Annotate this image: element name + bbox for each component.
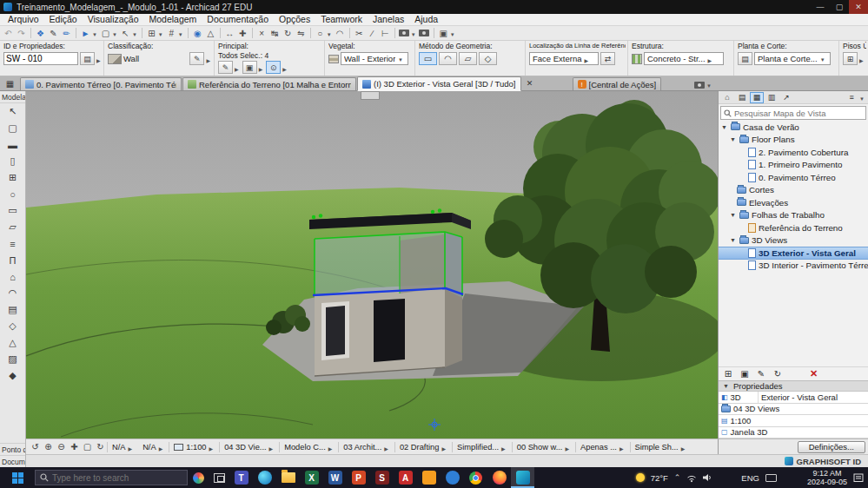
- view-settings-icon[interactable]: ✎: [754, 368, 768, 379]
- taskbar-app-teams[interactable]: T: [229, 467, 253, 488]
- view-camera-control[interactable]: ▼: [694, 81, 713, 89]
- render-camera-icon[interactable]: [418, 27, 431, 40]
- navigator-search[interactable]: [720, 106, 866, 120]
- arrow-tool-dropdown[interactable]: ▼: [92, 32, 97, 37]
- quick-option-column[interactable]: N/A▶: [138, 439, 169, 454]
- move-icon[interactable]: ↹: [268, 27, 282, 40]
- taskbar-app-excel[interactable]: X: [300, 467, 323, 488]
- close-tab-icon[interactable]: ✕: [524, 77, 536, 89]
- mirror-icon[interactable]: ⇋: [295, 27, 308, 40]
- expander-icon[interactable]: ▼: [729, 212, 737, 218]
- menu-arquivo[interactable]: Arquivo: [3, 14, 44, 25]
- tree-item-folhas-trabalho[interactable]: ▼Folhas de Trabalho: [719, 209, 868, 222]
- pan-icon[interactable]: ✚: [68, 440, 81, 453]
- zoom-in-icon[interactable]: ⊕: [42, 440, 55, 453]
- tree-item-3d-interior[interactable]: 3D Interior - Pavimento Térreo: [719, 260, 868, 273]
- rotate-icon[interactable]: ↻: [282, 27, 295, 40]
- fit-view-icon[interactable]: ▢: [81, 440, 94, 453]
- menu-edicao[interactable]: Edição: [44, 14, 83, 25]
- home-icon[interactable]: ⌂: [720, 92, 734, 103]
- slab-tool[interactable]: ▱: [3, 219, 23, 235]
- menu-janelas[interactable]: Janelas: [368, 14, 409, 25]
- classification-edit-button[interactable]: ✎: [189, 52, 204, 65]
- id-expander[interactable]: ▶: [96, 57, 101, 63]
- quick-option-renovation[interactable]: Simplified...▶: [453, 439, 512, 454]
- pen-set-button[interactable]: ✎: [218, 61, 233, 74]
- camera-dropdown[interactable]: ▼: [411, 32, 416, 37]
- expander-icon[interactable]: ▼: [729, 237, 737, 243]
- element-snap-icon[interactable]: △: [204, 27, 217, 40]
- view-id-field[interactable]: ◧3D: [719, 392, 759, 403]
- quick-option-row[interactable]: N/A▶: [108, 439, 138, 454]
- marquee-tool-dropdown[interactable]: ▼: [112, 32, 117, 37]
- taskbar-search[interactable]: [35, 470, 188, 485]
- refline-select[interactable]: Face Externa▶: [529, 52, 599, 65]
- tree-item-cortes[interactable]: Cortes: [719, 184, 868, 197]
- tab-3d-exterior[interactable]: (I) 3D Exterior - Vista Geral [3D / Tudo…: [357, 76, 521, 91]
- zoom-box-dropdown[interactable]: ▼: [450, 32, 455, 37]
- window-tool[interactable]: ⊞: [3, 169, 23, 186]
- morph-tool[interactable]: ◇: [3, 318, 23, 334]
- guide-lines-dropdown[interactable]: ▼: [178, 32, 183, 37]
- curtain-wall-tool[interactable]: ▤: [3, 301, 23, 318]
- shell-tool[interactable]: ◠: [3, 285, 23, 301]
- close-button[interactable]: ✕: [849, 0, 868, 14]
- view-name-field[interactable]: Exterior - Vista Geral: [759, 392, 868, 403]
- delete-view-icon[interactable]: ✕: [810, 368, 818, 379]
- annotate-icon[interactable]: ✚: [236, 27, 249, 40]
- tree-item-pavimento-cobertura[interactable]: 2. Pavimento Cobertura: [719, 146, 868, 159]
- favorites-icon[interactable]: ❖: [34, 27, 47, 40]
- tree-item-primeiro-pavimento[interactable]: 1. Primeiro Pavimento: [719, 159, 868, 172]
- tree-item-floor-plans[interactable]: ▼Floor Plans: [719, 134, 868, 147]
- grid-snap-icon[interactable]: ⊞: [145, 27, 158, 40]
- view-camera-dropdown[interactable]: ▼: [706, 83, 712, 89]
- adjust-icon[interactable]: ⊢: [379, 27, 392, 40]
- cortana-button[interactable]: [188, 467, 209, 488]
- stair-tool[interactable]: ≡: [3, 235, 23, 252]
- select-tool[interactable]: ↖: [3, 103, 23, 120]
- tab-overview-icon[interactable]: ▦: [3, 77, 17, 89]
- id-properties-button[interactable]: ▤: [80, 52, 95, 65]
- classification-expander[interactable]: ▶: [206, 57, 210, 63]
- quick-option-shadows[interactable]: Simple Sh...▶: [631, 439, 692, 454]
- properties-header[interactable]: ▼ Propriedades: [719, 380, 868, 392]
- 3d-viewport[interactable]: [26, 91, 718, 439]
- circle-tool-dropdown[interactable]: ▼: [327, 32, 332, 37]
- tab-pavimento-terreo[interactable]: 0. Pavimento Térreo [0. Pavimento Térreo: [20, 77, 182, 90]
- taskbar-app-explorer[interactable]: [276, 467, 300, 488]
- taskbar-clock[interactable]: 9:12 AM 2024-09-05: [807, 469, 847, 486]
- menu-teamwork[interactable]: Teamwork: [315, 14, 368, 25]
- zoom-out-icon[interactable]: ⊖: [55, 440, 68, 453]
- grid-snap-dropdown[interactable]: ▼: [158, 32, 163, 37]
- tree-item-3d-views[interactable]: ▼3D Views: [719, 234, 868, 247]
- panel-menu-dropdown[interactable]: ▼: [859, 96, 865, 102]
- geometry-curved-button[interactable]: ◠: [439, 52, 457, 65]
- taskbar-app-red[interactable]: A: [394, 467, 417, 488]
- quick-option-penset[interactable]: 04 3D Vie...▶: [220, 439, 279, 454]
- search-input[interactable]: [734, 109, 863, 118]
- cursor-snap-dropdown[interactable]: ▼: [132, 32, 137, 37]
- taskbar-app-s[interactable]: S: [370, 467, 394, 488]
- tree-item-root[interactable]: ▼Casa de Verão: [719, 121, 868, 134]
- quick-option-model-view[interactable]: Modelo C...▶: [280, 439, 338, 454]
- layer-button[interactable]: ▣: [242, 61, 257, 74]
- update-view-icon[interactable]: ↻: [771, 368, 785, 379]
- save-view-icon[interactable]: ▣: [738, 368, 752, 379]
- notification-icon[interactable]: [853, 473, 864, 483]
- delete-icon[interactable]: ×: [255, 27, 268, 40]
- tree-item-pavimento-terreo[interactable]: 0. Pavimento Térreo: [719, 171, 868, 184]
- object-tool[interactable]: ◆: [3, 367, 23, 384]
- pen-set-dropdown[interactable]: ▶: [235, 66, 239, 72]
- expander-icon[interactable]: ▼: [729, 136, 737, 142]
- undo-icon[interactable]: ↶: [2, 27, 15, 40]
- taskbar-search-input[interactable]: [52, 473, 165, 483]
- task-view-button[interactable]: [209, 467, 229, 488]
- touch-keyboard-icon[interactable]: [765, 474, 777, 482]
- tree-item-elevacoes[interactable]: Elevações: [719, 196, 868, 209]
- layout-book-icon[interactable]: ▥: [765, 92, 779, 103]
- gravity-icon[interactable]: ◉: [191, 27, 204, 40]
- railing-tool[interactable]: Π: [3, 252, 23, 268]
- view-scale-field[interactable]: ▤1:100: [719, 415, 868, 426]
- weather-label[interactable]: 72°F: [651, 473, 668, 483]
- geometry-trapezoid-button[interactable]: ▱: [459, 52, 477, 65]
